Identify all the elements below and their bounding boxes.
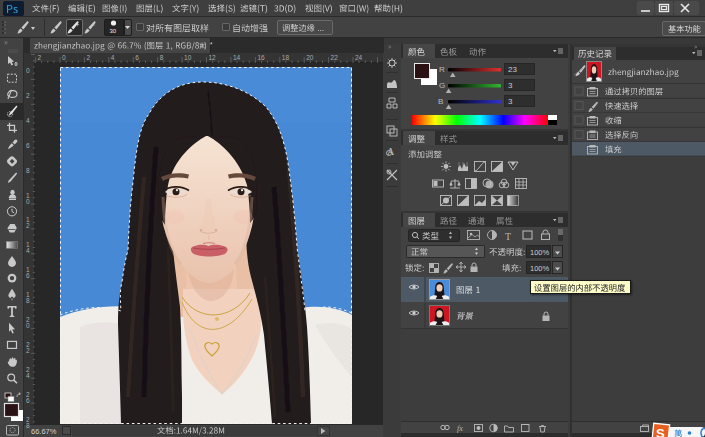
svg-text:S: S: [656, 426, 665, 437]
